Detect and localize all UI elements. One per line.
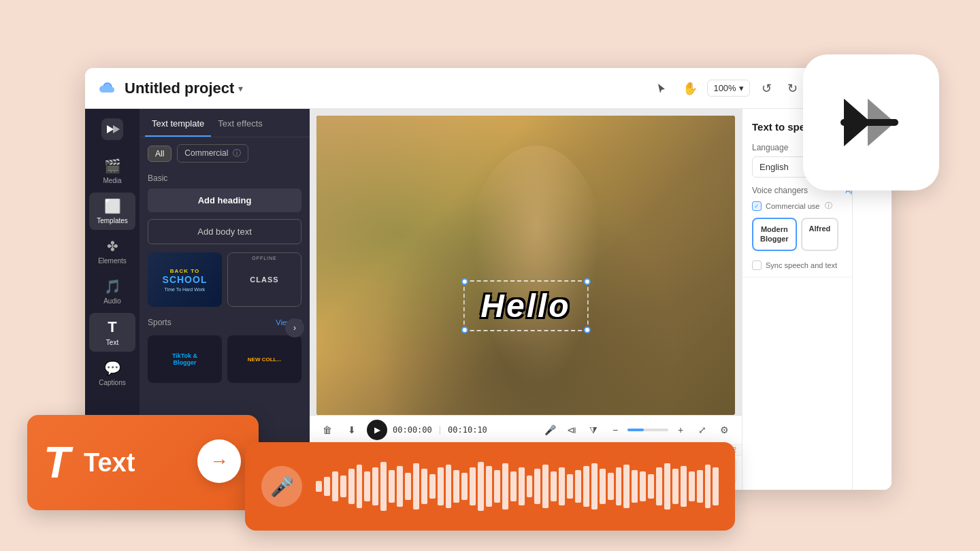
waveform-bar [348,469,355,504]
add-body-text-button[interactable]: Add body text [148,219,301,244]
commercial-label: Commercial use [766,202,819,210]
waveform-bar [697,470,703,503]
waveform-bar [648,474,654,499]
undo-redo-group: ↺ ↻ [755,77,804,100]
waveform-bar [446,465,452,508]
handle-bl[interactable] [461,327,468,333]
handle-tl[interactable] [461,278,468,285]
template-card-back-to-school[interactable]: BACK TO SCHOOL Time To Hard Work [148,252,222,307]
waveform-bar [616,467,622,505]
waveform-bar [380,462,387,511]
time-total: 00:10:10 [448,425,487,435]
template-card-class[interactable]: OFFLINE CLASS [227,252,301,307]
tab-text-effects[interactable]: Text effects [211,109,270,137]
timeline-delete-button[interactable]: 🗑 [318,420,337,439]
microphone-button[interactable]: 🎤 [540,420,559,439]
media-icon: 🎬 [104,158,121,174]
waveform-bar [470,467,476,505]
sports-card-2[interactable]: NEW COLL... [227,335,301,383]
waveform-bar [608,473,614,500]
topbar-left: Untitled project ▾ [96,78,243,99]
add-heading-button[interactable]: Add heading [148,188,301,212]
waveform-bar [316,481,322,492]
fullscreen-button[interactable]: ⤢ [693,420,712,439]
timeline-download-button[interactable]: ⬇ [342,420,361,439]
undo-button[interactable]: ↺ [755,77,779,100]
waveform-bar [623,465,630,508]
time-current: 00:00:00 [393,425,432,435]
waveform-bar [453,470,459,503]
sidebar-item-templates[interactable]: ⬜ Templates [89,193,135,230]
waveform-bar [494,470,500,503]
redo-button[interactable]: ↻ [781,77,804,100]
waveform-bar [429,474,436,499]
settings-button[interactable]: ⚙ [715,420,734,439]
sidebar-item-audio[interactable]: 🎵 Audio [89,273,135,310]
zoom-chevron-icon: ▾ [739,83,744,93]
language-value: English [760,162,789,172]
waveform-bar [397,466,403,507]
waveform-bar [575,470,581,503]
project-title-area[interactable]: Untitled project ▾ [125,80,243,97]
project-title: Untitled project [125,80,234,97]
text-sidebar-icon: T [108,318,116,336]
commercial-checkbox[interactable]: ✓ [752,201,762,211]
chevron-down-icon: ▾ [238,83,243,94]
timeline-controls: 🗑 ⬇ ▶ 00:00:00 | 00:10:10 🎤 ⧏ ⧩ − [310,416,742,445]
waveform-bars [316,459,719,514]
zoom-in-button[interactable]: + [671,420,690,439]
filter-commercial-label: Commercial [184,148,228,158]
waveform-bar [551,471,557,501]
templates-icon: ⬜ [104,198,121,214]
panel-filter-row: All Commercial ⓘ [140,137,310,169]
waveform-bar [461,473,468,500]
capcut-logo-bg [803,54,939,190]
floating-text-label: Text [84,448,135,478]
voice-card-alfred[interactable]: Alfred [801,218,839,251]
waveform-bar [486,466,492,507]
waveform-bar [591,463,598,510]
zoom-out-button[interactable]: − [606,420,625,439]
sidebar-item-media[interactable]: 🎬 Media [89,152,135,190]
waveform-bar [340,475,346,497]
sidebar-item-captions[interactable]: 💬 Captions [89,354,135,392]
sports-section-header: Sports View all [140,312,310,330]
play-icon: ▶ [374,425,380,435]
waveform-bar [583,466,589,507]
canvas-viewport[interactable]: Hello [310,109,742,415]
waveform-bar [357,465,363,508]
sports-card-1[interactable]: TikTok &Blogger [148,335,222,383]
hand-tool-button[interactable]: ✋ [679,77,702,100]
tab-text-template[interactable]: Text template [145,109,211,137]
play-button[interactable]: ▶ [367,420,387,440]
waveform-bar [559,467,565,505]
canvas-text-overlay[interactable]: Hello [463,280,588,331]
sidebar-item-elements-label: Elements [98,257,127,265]
waveform-bar [421,469,427,504]
select-tool-button[interactable] [650,77,673,100]
filter-commercial-button[interactable]: Commercial ⓘ [177,144,248,163]
sync-label: Sync speech and text [766,261,837,269]
canvas-hello-text: Hello [480,288,570,324]
zoom-slider[interactable] [627,429,668,431]
timeline-tool-1[interactable]: ⧩ [584,420,603,439]
waveform-bar [364,471,370,501]
filter-all-button[interactable]: All [148,146,172,162]
waveform-bar [567,474,573,499]
voice-card-modern-blogger[interactable]: ModernBlogger [752,218,797,251]
waveform-bar [389,470,395,503]
sidebar-item-text[interactable]: T Text [89,313,135,352]
zoom-control[interactable]: 100% ▾ [707,80,749,97]
sidebar-item-text-label: Text [106,339,118,346]
cloud-icon[interactable] [96,78,118,99]
waveform-bar [713,467,719,505]
sidebar-item-elements[interactable]: ✤ Elements [89,233,135,270]
split-button[interactable]: ⧏ [562,420,581,439]
timeline-right-buttons: 🎤 ⧏ ⧩ − + ⤢ ⚙ [540,420,734,439]
waveform-bar [632,470,638,503]
panel-scroll-down-arrow[interactable]: › [285,318,304,337]
mic-icon-circle: 🎤 [261,466,302,507]
sync-checkbox[interactable] [752,261,762,270]
template-bts-line1: BACK TO [163,268,208,274]
waveform-bar [502,463,508,510]
